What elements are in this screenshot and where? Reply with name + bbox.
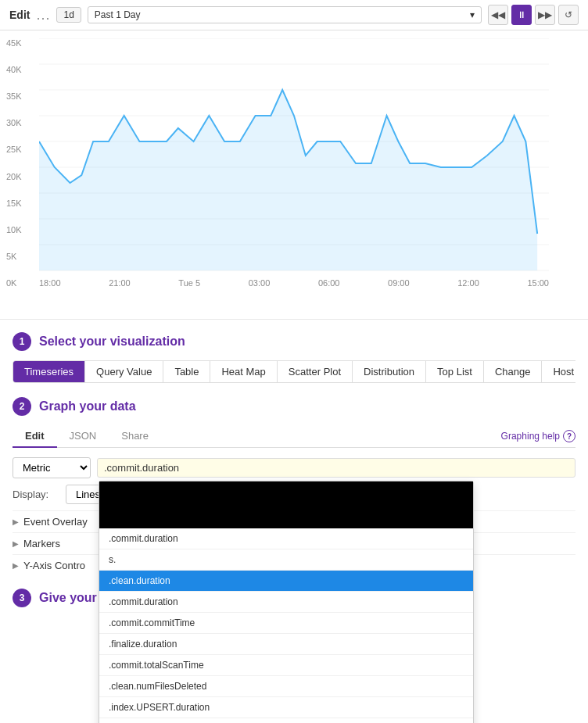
toolbar: Edit ... 1d Past 1 Day ▾ ◀◀ ⏸ ▶▶ ↺ [0,0,588,30]
tab-top-list[interactable]: Top List [426,361,484,382]
edit-label: Edit [9,9,30,21]
display-label: Display: [13,489,59,500]
graphing-help-link[interactable]: Graphing help ? [501,425,575,447]
autocomplete-item[interactable]: s. [99,549,473,571]
graph-section: 2 Graph your data Edit JSON Share Graphi… [0,391,588,582]
playback-controls: ◀◀ ⏸ ▶▶ ↺ [488,5,579,25]
autocomplete-item-selected[interactable]: .clean.duration [99,571,473,592]
section1-header: 1 Select your visualization [13,332,575,351]
autocomplete-item[interactable]: .clean.numFilesDeleted [99,676,473,697]
autocomplete-item[interactable]: .index.UPSERT.duration [99,697,473,718]
chevron-right-icon: ▶ [13,539,19,548]
autocomplete-search-box[interactable] [99,481,473,528]
chevron-right-icon: ▶ [13,561,19,570]
section1-title: Select your visualization [39,335,185,349]
tab-edit[interactable]: Edit [13,425,57,448]
tab-share[interactable]: Share [109,425,161,448]
timespan-button[interactable]: 1d [56,7,81,23]
chevron-right-icon: ▶ [13,517,19,526]
timeseries-chart [39,38,549,273]
visualization-section: 1 Select your visualization Timeseries Q… [0,320,588,391]
viz-tabs: Timeseries Query Value Table Heat Map Sc… [13,360,575,383]
pause-button[interactable]: ⏸ [511,5,532,25]
section2-title: Graph your data [39,399,136,413]
viz-tabs-wrapper: Timeseries Query Value Table Heat Map Sc… [13,360,575,385]
tab-scatter-plot[interactable]: Scatter Plot [278,361,353,382]
metric-type-select[interactable]: Metric [13,457,91,478]
metric-search-input[interactable] [97,458,575,478]
chart-area: 45K 40K 35K 30K 25K 20K 15K 10K 5K 0K 18… [0,30,588,320]
step2-circle: 2 [13,397,31,416]
more-options-icon[interactable]: ... [36,7,50,23]
autocomplete-item[interactable]: .index.lookup.duration [99,718,473,723]
time-range-select[interactable]: Past 1 Day ▾ [88,6,482,23]
graphing-help-label: Graphing help [501,431,560,442]
step1-circle: 1 [13,332,31,351]
tab-query-value[interactable]: Query Value [85,361,163,382]
reset-button[interactable]: ↺ [558,5,579,25]
step3-circle: 3 [13,589,31,607]
next-button[interactable]: ▶▶ [535,5,555,25]
autocomplete-item[interactable]: .finalize.duration [99,634,473,655]
section2-header: 2 Graph your data [13,397,575,416]
tab-timeseries[interactable]: Timeseries [13,361,85,382]
autocomplete-item[interactable]: .commit.duration [99,592,473,613]
tab-table[interactable]: Table [163,361,210,382]
y-axis-labels: 45K 40K 35K 30K 25K 20K 15K 10K 5K 0K [6,38,22,288]
x-axis-labels: 18:00 21:00 Tue 5 03:00 06:00 09:00 12:0… [39,275,549,288]
tab-host[interactable]: Host [542,361,575,382]
autocomplete-item[interactable]: .commit.totalScanTime [99,655,473,676]
y-axis-label: Y-Axis Contro [23,560,85,571]
autocomplete-dropdown: .commit.duration s. .clean.duration .com… [99,481,474,723]
edit-tabs-row: Edit JSON Share Graphing help ? [13,425,575,448]
tab-heat-map[interactable]: Heat Map [210,361,277,382]
event-overlay-label: Event Overlay [23,516,88,528]
autocomplete-item[interactable]: .commit.duration [99,528,473,549]
markers-label: Markers [23,538,60,549]
time-range-label: Past 1 Day [95,9,141,20]
autocomplete-item[interactable]: .commit.commitTime [99,613,473,634]
chevron-down-icon: ▾ [470,9,475,20]
tab-change[interactable]: Change [484,361,543,382]
metric-row: Metric .commit.duration s. .clean.durati… [13,457,575,478]
help-icon: ? [563,430,575,442]
tab-distribution[interactable]: Distribution [353,361,426,382]
tab-json[interactable]: JSON [57,425,109,448]
prev-button[interactable]: ◀◀ [488,5,508,25]
